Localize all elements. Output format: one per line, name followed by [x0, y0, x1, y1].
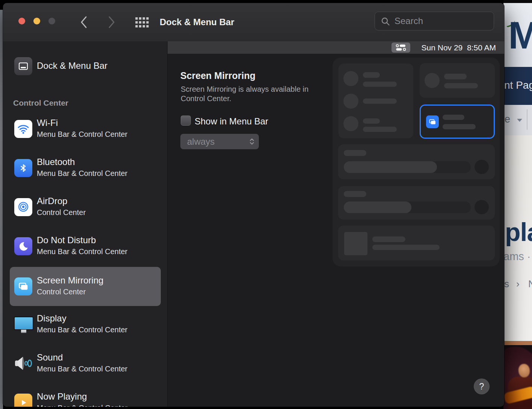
preview-card-slider: [338, 186, 495, 220]
zoom-button[interactable]: [48, 18, 55, 24]
visibility-dropdown[interactable]: always: [180, 134, 259, 149]
page-title: Dock & Menu Bar: [160, 3, 234, 41]
background-page: M nt Pag e pla ams · s › N: [503, 0, 532, 409]
speaker-icon: [14, 354, 34, 373]
close-button[interactable]: [18, 18, 25, 24]
placeholder-bar: [363, 72, 380, 78]
placeholder-bar: [363, 118, 380, 124]
screen: M nt Pag e pla ams · s › N: [0, 0, 532, 409]
screen-mirroring-icon: [14, 277, 32, 295]
preview-screen-mirroring-tile: [420, 105, 495, 139]
sidebar-item-label: Do Not Disturb: [37, 235, 96, 245]
placeholder-bar: [363, 98, 397, 104]
dropdown-value: always: [187, 134, 215, 149]
sidebar-item-label: Dock & Menu Bar: [37, 61, 107, 71]
sidebar-item-sound[interactable]: Sound Menu Bar & Control Center: [10, 344, 161, 383]
preview-card-media: [338, 226, 495, 261]
search-field[interactable]: [375, 12, 494, 30]
sidebar-item-sub: Menu Bar & Control Center: [37, 247, 127, 256]
placeholder-bar: [443, 115, 464, 120]
placeholder-circle: [425, 73, 440, 88]
forward-button[interactable]: [107, 16, 116, 29]
placeholder-bar: [444, 74, 467, 79]
section-description: Screen Mirroring is always available in …: [181, 85, 311, 103]
dock-menu-bar-icon: [14, 57, 32, 75]
background-breadcrumb-left: s: [504, 278, 509, 290]
display-icon: [14, 315, 34, 333]
minimize-button[interactable]: [33, 18, 40, 24]
slider-knob: [475, 160, 489, 174]
wifi-icon: [14, 120, 32, 138]
preview-card-small: [420, 63, 495, 98]
sidebar-item-sub: Menu Bar & Control Center: [37, 130, 127, 139]
menu-bar-datetime: Sun Nov 29 8:50 AM: [422, 41, 496, 54]
search-icon: [381, 17, 390, 26]
sidebar-item-label: Wi-Fi: [37, 118, 58, 128]
stepper-chevrons-icon: [249, 138, 254, 146]
moon-icon: [14, 237, 32, 255]
desktop-edge: [0, 10, 3, 409]
background-big-letter: M: [508, 14, 532, 58]
background-photo: [503, 345, 532, 409]
background-heading-fragment: pla: [505, 217, 532, 247]
sidebar-item-bluetooth[interactable]: Bluetooth Menu Bar & Control Center: [10, 148, 161, 188]
placeholder-bar: [443, 124, 476, 129]
placeholder-bar: [444, 83, 478, 88]
sidebar-item-label: Now Playing: [37, 391, 87, 402]
sidebar-item-wifi[interactable]: Wi-Fi Menu Bar & Control Center: [10, 109, 161, 148]
slider-track: [344, 161, 471, 173]
placeholder-circle: [343, 71, 358, 86]
background-toolbar: e: [503, 105, 532, 135]
sidebar-item-sub: Control Center: [37, 288, 86, 296]
chevron-right-icon: ›: [516, 278, 520, 290]
control-center-preview: [332, 58, 500, 267]
sidebar-item-now-playing[interactable]: Now Playing Menu Bar & Control Center: [10, 383, 161, 407]
bluetooth-icon: [14, 159, 32, 177]
background-navbar: nt Pag: [503, 67, 532, 105]
sidebar-item-airdrop[interactable]: AirDrop Control Center: [10, 188, 161, 227]
placeholder-bar: [344, 191, 366, 197]
placeholder-bar: [363, 82, 397, 87]
show-all-grid-icon[interactable]: [135, 17, 144, 30]
sidebar-section-header: Control Center: [13, 98, 68, 108]
system-preferences-window: Dock & Menu Bar Sun Nov 29 8:50 AM: [3, 3, 504, 407]
chevron-down-icon: [517, 119, 522, 122]
background-byline-fragment: ams ·: [503, 250, 531, 263]
play-icon: [14, 394, 32, 407]
show-in-menu-bar-checkbox[interactable]: [181, 115, 191, 126]
control-center-menu-icon: [391, 42, 410, 53]
checkbox-label: Show in Menu Bar: [195, 116, 268, 127]
sidebar-item-sub: Control Center: [37, 208, 86, 217]
back-button[interactable]: [80, 16, 88, 29]
slider-fill: [344, 161, 437, 173]
section-heading: Screen Mirroring: [180, 70, 255, 81]
background-page-header: M: [503, 3, 532, 67]
sidebar-item-do-not-disturb[interactable]: Do Not Disturb Menu Bar & Control Center: [10, 227, 161, 266]
sidebar-item-display[interactable]: Display Menu Bar & Control Center: [10, 305, 161, 344]
search-input[interactable]: [394, 14, 489, 28]
title-bar: Dock & Menu Bar: [3, 3, 504, 42]
sidebar-item-label: Screen Mirroring: [37, 275, 103, 286]
sidebar-item-sub: Menu Bar & Control Center: [37, 365, 127, 373]
placeholder-circle: [343, 116, 358, 131]
placeholder-bar: [363, 127, 397, 132]
background-page-body: pla ams · s › N: [503, 135, 532, 341]
sidebar-item-label: AirDrop: [37, 196, 67, 206]
preview-card-toggles: [339, 64, 413, 138]
sidebar-item-screen-mirroring[interactable]: Screen Mirroring Control Center: [10, 267, 161, 306]
slider-fill: [344, 201, 411, 213]
sidebar-item-sub: Menu Bar & Control Center: [37, 404, 127, 407]
help-button[interactable]: ?: [474, 379, 490, 394]
placeholder-thumbnail: [344, 232, 367, 255]
placeholder-bar: [372, 236, 405, 242]
sidebar: Dock & Menu Bar Control Center Wi-Fi Men…: [3, 41, 168, 407]
screen-mirroring-tile-icon: [426, 115, 439, 128]
sidebar-item-sub: Menu Bar & Control Center: [37, 326, 127, 334]
background-divider-bar: [503, 341, 532, 345]
sidebar-item-dock-menu-bar[interactable]: Dock & Menu Bar: [10, 47, 161, 86]
placeholder-circle: [343, 94, 358, 109]
sidebar-item-sub: Menu Bar & Control Center: [37, 169, 127, 178]
airdrop-icon: [14, 198, 32, 216]
sidebar-item-label: Bluetooth: [37, 157, 75, 167]
sidebar-item-label: Sound: [37, 352, 63, 363]
